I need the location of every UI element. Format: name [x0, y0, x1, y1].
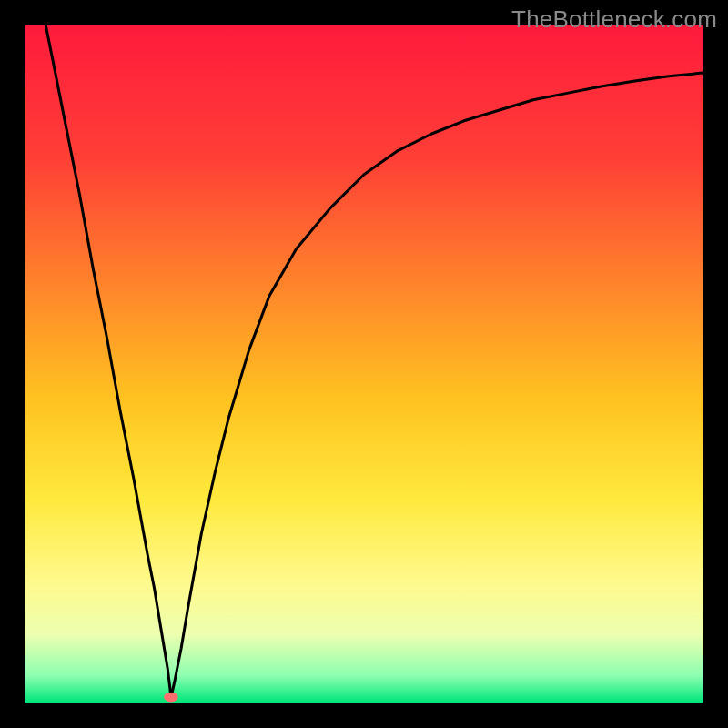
bottleneck-chart: [0, 0, 728, 728]
chart-container: TheBottleneck.com: [0, 0, 728, 728]
optimal-point-marker: [164, 693, 178, 703]
chart-background: [25, 25, 703, 703]
watermark-label: TheBottleneck.com: [511, 5, 717, 34]
